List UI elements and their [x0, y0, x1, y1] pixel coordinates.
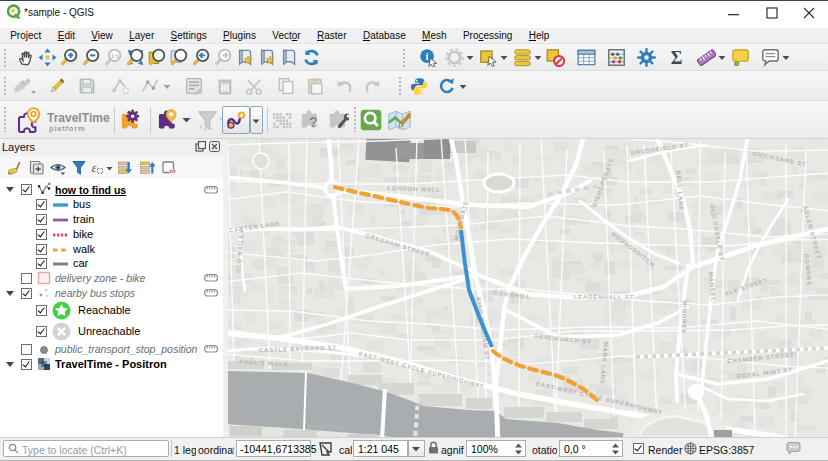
- svg-text:Σ: Σ: [671, 48, 683, 67]
- svg-text:?: ?: [309, 115, 317, 130]
- svg-text:ε: ε: [92, 161, 97, 175]
- svg-text:1:1: 1:1: [111, 53, 119, 59]
- svg-text:i: i: [426, 50, 429, 62]
- svg-text:MINORES: MINORES: [680, 300, 687, 334]
- svg-text:LEADENHALL ST: LEADENHALL ST: [574, 294, 634, 300]
